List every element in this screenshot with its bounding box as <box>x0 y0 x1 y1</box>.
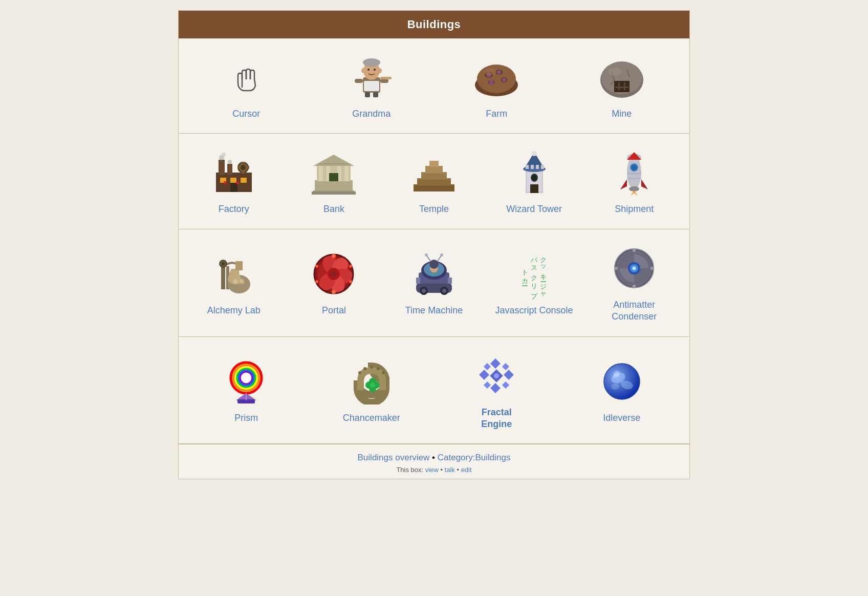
building-antimatter-condenser[interactable]: AntimatterCondenser <box>588 239 680 327</box>
svg-point-158 <box>370 366 373 369</box>
building-idleverse[interactable]: Idleverse <box>576 352 668 428</box>
svg-rect-33 <box>227 164 232 175</box>
building-fractal-engine[interactable]: FractalEngine <box>450 346 542 435</box>
svg-point-138 <box>633 267 635 269</box>
svg-rect-66 <box>417 178 451 180</box>
building-factory[interactable]: Factory <box>188 143 280 219</box>
alchemy-lab-label: Alchemy Lab <box>207 305 261 316</box>
svg-rect-79 <box>541 165 544 169</box>
fractal-engine-label: FractalEngine <box>481 407 512 431</box>
building-time-machine[interactable]: Time Machine <box>388 244 480 321</box>
svg-point-141 <box>633 249 636 252</box>
building-bank[interactable]: Bank <box>288 143 380 219</box>
bank-label: Bank <box>323 203 344 215</box>
svg-rect-130 <box>416 278 420 284</box>
building-chancemaker[interactable]: Chancemaker <box>326 352 418 428</box>
svg-point-108 <box>331 271 337 277</box>
svg-point-120 <box>442 289 446 293</box>
alchemy-lab-icon <box>206 248 262 300</box>
svg-point-144 <box>615 267 618 270</box>
svg-point-157 <box>363 367 366 370</box>
temple-icon <box>406 147 462 198</box>
building-javascript-console[interactable]: クッキージャバスクリプトカー Javascript Console <box>488 244 580 321</box>
building-portal[interactable]: Portal <box>288 244 380 321</box>
svg-point-5 <box>361 68 365 73</box>
svg-point-20 <box>497 70 501 74</box>
temple-label: Temple <box>419 203 449 215</box>
svg-point-142 <box>650 267 654 270</box>
shipment-label: Shipment <box>615 203 654 215</box>
svg-point-151 <box>242 374 250 382</box>
bank-icon <box>306 147 362 198</box>
building-row-4: Prism <box>179 337 689 444</box>
svg-rect-46 <box>247 166 249 169</box>
svg-point-48 <box>236 181 239 184</box>
building-farm[interactable]: Farm <box>450 48 542 124</box>
svg-point-165 <box>370 382 375 388</box>
building-shipment[interactable]: Shipment <box>588 143 680 219</box>
meta-dot-1: • <box>440 466 444 474</box>
svg-point-115 <box>315 265 318 268</box>
svg-rect-7 <box>355 79 363 83</box>
svg-point-97 <box>237 276 241 279</box>
svg-point-182 <box>613 375 616 378</box>
svg-point-125 <box>429 260 439 269</box>
factory-label: Factory <box>219 203 249 215</box>
building-alchemy-lab[interactable]: Alchemy Lab <box>188 244 280 321</box>
svg-rect-55 <box>344 166 349 181</box>
wizard-tower-label: Wizard Tower <box>506 203 562 215</box>
building-cursor[interactable]: Cursor <box>200 48 292 124</box>
building-prism[interactable]: Prism <box>200 352 292 428</box>
svg-marker-85 <box>620 179 627 189</box>
cursor-label: Cursor <box>232 108 260 120</box>
svg-rect-172 <box>502 363 509 370</box>
svg-rect-49 <box>315 180 353 191</box>
svg-rect-43 <box>242 162 245 164</box>
category-buildings-link[interactable]: Category:Buildings <box>438 453 511 462</box>
svg-point-118 <box>422 289 426 293</box>
meta-dot-2: • <box>457 466 461 474</box>
svg-point-112 <box>349 280 352 283</box>
footer-links: Buildings overview • Category:Buildings <box>183 453 685 463</box>
mine-label: Mine <box>612 108 632 120</box>
svg-rect-65 <box>414 184 454 186</box>
building-grandma[interactable]: Grandma <box>326 48 418 124</box>
svg-point-180 <box>611 384 619 390</box>
svg-point-3 <box>374 69 376 71</box>
portal-icon <box>306 248 362 300</box>
view-link[interactable]: view <box>425 466 439 474</box>
svg-rect-44 <box>242 172 245 174</box>
svg-point-113 <box>332 290 336 294</box>
prism-label: Prism <box>234 412 258 424</box>
svg-point-110 <box>332 254 336 258</box>
svg-rect-56 <box>329 173 338 181</box>
svg-point-35 <box>222 153 226 157</box>
antimatter-condenser-icon <box>606 243 662 294</box>
shipment-icon <box>606 147 662 198</box>
svg-point-23 <box>484 68 496 75</box>
buildings-table: Buildings Cursor <box>178 10 690 479</box>
antimatter-condenser-label: AntimatterCondenser <box>612 299 657 323</box>
svg-point-114 <box>315 280 318 283</box>
svg-point-175 <box>494 373 499 378</box>
svg-point-160 <box>382 371 385 374</box>
svg-point-84 <box>631 164 637 171</box>
svg-rect-27 <box>618 82 620 90</box>
svg-rect-131 <box>448 278 452 284</box>
edit-link[interactable]: edit <box>461 466 472 474</box>
wizard-tower-icon <box>506 147 562 198</box>
svg-rect-12 <box>373 92 378 97</box>
svg-rect-78 <box>536 165 539 169</box>
talk-link[interactable]: talk <box>445 466 455 474</box>
box-label: This box: <box>396 466 423 474</box>
footer-meta: This box: view • talk • edit <box>183 466 685 474</box>
svg-point-127 <box>425 253 428 257</box>
building-mine[interactable]: Mine <box>576 48 668 124</box>
svg-rect-9 <box>380 77 392 79</box>
grandma-icon <box>343 52 400 103</box>
svg-rect-59 <box>312 191 356 195</box>
svg-rect-174 <box>502 381 509 388</box>
building-wizard-tower[interactable]: Wizard Tower <box>488 143 580 219</box>
building-temple[interactable]: Temple <box>388 143 480 219</box>
buildings-overview-link[interactable]: Buildings overview <box>358 453 430 462</box>
